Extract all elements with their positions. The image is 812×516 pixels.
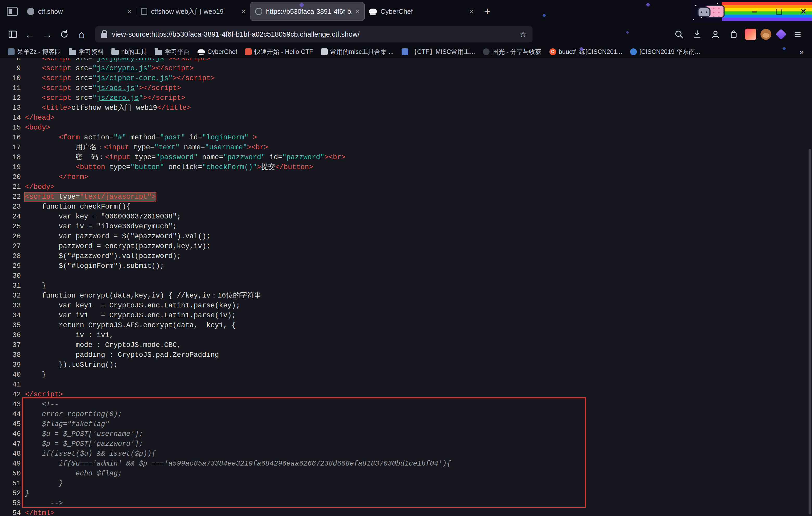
source-line: 34 var iv1 = CryptoJS.enc.Latin1.parse(i…: [0, 310, 807, 321]
bookmark-item[interactable]: [CISCN2019 华东南...: [627, 47, 703, 57]
line-number: 47: [0, 439, 21, 449]
code-segment: ><br>: [247, 144, 268, 151]
source-line: 21</body>: [0, 182, 807, 192]
code-segment: ": [92, 84, 96, 92]
navigation-toolbar: ← → ⌂ view-source:https://b530faca-3891-…: [0, 23, 812, 46]
source-line: 16 <form action="#" method="post" id="lo…: [0, 133, 807, 143]
browser-tab[interactable]: https://b530faca-3891-4f6f-b1bf×: [250, 2, 365, 21]
source-link[interactable]: js/aes.js: [96, 84, 135, 92]
source-link[interactable]: js/cipher-core.js: [96, 74, 168, 82]
bookmark-item[interactable]: 常用的misc工具合集 ...: [318, 47, 397, 57]
bookmark-item[interactable]: CyberChef: [195, 47, 240, 56]
bookmark-item[interactable]: 快速开始 - Hello CTF: [242, 47, 316, 57]
code-segment: padding : CryptoJS.pad.ZeroPadding: [25, 351, 219, 359]
tab-close-icon[interactable]: ×: [127, 7, 132, 16]
browser-tab[interactable]: CyberChef×: [365, 2, 478, 21]
source-line: 54</html>: [0, 508, 807, 516]
url-text[interactable]: view-source:https://b530faca-3891-4f6f-b…: [112, 30, 515, 38]
bookmark-item[interactable]: 学习资料: [65, 47, 107, 57]
source-link[interactable]: js/crypto.js: [96, 64, 147, 72]
forward-button[interactable]: →: [40, 27, 54, 41]
bookmarks-toolbar: 呆羊Zz - 博客园学习资料nb的工具学习平台CyberChef快速开始 - H…: [0, 46, 812, 58]
search-icon[interactable]: [672, 27, 686, 41]
star-pixel: [717, 3, 718, 4]
lock-icon[interactable]: [101, 33, 107, 38]
code-segment: ></script>: [173, 74, 215, 82]
browser-tab[interactable]: ctfshow web入门 web19×: [136, 2, 250, 21]
bookmark-item[interactable]: 学习平台: [152, 47, 193, 57]
tab-title: CyberChef: [380, 7, 466, 16]
line-number: 40: [0, 370, 21, 380]
line-number: 10: [0, 73, 21, 83]
bookmark-star-icon[interactable]: ☆: [519, 29, 527, 39]
maximize-button[interactable]: □: [774, 6, 784, 17]
line-number: 44: [0, 409, 21, 419]
source-line: 41: [0, 380, 807, 390]
code-segment: <input: [104, 144, 133, 151]
code-segment: ><br>: [324, 153, 345, 161]
browser-tab[interactable]: ctf.show×: [22, 2, 136, 21]
line-number: 17: [0, 143, 21, 152]
minimize-button[interactable]: –: [750, 6, 759, 17]
line-number: 50: [0, 469, 21, 479]
monkey-extension-icon[interactable]: [760, 29, 772, 40]
code-segment: "pazzword": [223, 153, 265, 161]
reload-button[interactable]: [57, 27, 71, 41]
bookmark-item[interactable]: 【CTF】MISC常用工...: [399, 47, 478, 57]
tab-title: ctf.show: [38, 7, 124, 16]
bookmark-item[interactable]: nb的工具: [108, 47, 150, 57]
extensions-puzzle-icon[interactable]: [727, 27, 741, 41]
back-button[interactable]: ←: [23, 27, 37, 41]
folder-icon: [111, 50, 119, 55]
bookmarks-overflow-chevron[interactable]: »: [799, 47, 807, 56]
downloads-icon[interactable]: [690, 27, 704, 41]
bookmark-item[interactable]: 国光 - 分享与收获: [480, 47, 545, 57]
source-link[interactable]: js/zero.js: [96, 94, 139, 102]
profile-avatar[interactable]: [745, 29, 756, 40]
code-segment: "password": [156, 153, 198, 161]
firefox-view-button[interactable]: [7, 7, 18, 16]
nyan-cat-decoration: – □ ×: [691, 0, 812, 23]
code-segment: <script: [42, 94, 76, 102]
scrollbar-thumb[interactable]: [809, 149, 811, 514]
tab-close-icon[interactable]: ×: [355, 7, 360, 16]
bookmark-label: CyberChef: [207, 48, 237, 55]
code-segment: function encrypt(data,key,iv) { //key,iv…: [25, 292, 261, 300]
line-number: 32: [0, 291, 21, 301]
source-line: 11 <script src="js/aes.js"></script>: [0, 83, 807, 93]
code-segment: $("#pazzword").val(pazzword);: [25, 252, 181, 260]
gem-extension-icon[interactable]: [776, 29, 786, 40]
site-blue-icon: [630, 49, 637, 55]
source-line: 13 <title>ctfshow web入门 web19</title>: [0, 103, 807, 113]
source-line: 39 }).toString();: [0, 360, 807, 370]
close-button[interactable]: ×: [799, 6, 808, 17]
code-segment: ></script>: [151, 64, 194, 72]
bookmark-item[interactable]: 呆羊Zz - 博客园: [5, 47, 64, 57]
bookmark-item[interactable]: Cbuuctf_练[CISCN201...: [546, 47, 626, 57]
home-button[interactable]: ⌂: [75, 27, 88, 41]
code-segment: ": [147, 64, 151, 72]
ctfshow-favicon-icon: [27, 8, 34, 15]
line-number: 31: [0, 281, 21, 291]
tab-close-icon[interactable]: ×: [241, 7, 246, 16]
tab-close-icon[interactable]: ×: [469, 7, 474, 16]
source-link[interactable]: js/jquery.min.js: [96, 58, 164, 62]
address-bar[interactable]: view-source:https://b530faca-3891-4f6f-b…: [95, 26, 532, 42]
line-number: 52: [0, 488, 21, 498]
code-segment: ": [168, 74, 173, 82]
new-tab-button[interactable]: +: [484, 6, 491, 17]
star-pixel: [695, 5, 696, 6]
code-segment: type=: [109, 163, 130, 171]
code-segment: ></script>: [168, 58, 210, 62]
menu-button[interactable]: ≡: [791, 27, 805, 41]
source-line: 12 <script src="js/zero.js"></script>: [0, 93, 807, 103]
account-icon[interactable]: [708, 27, 723, 41]
line-number: 39: [0, 360, 21, 370]
code-segment: src=: [76, 94, 92, 102]
chef-favicon-icon: [369, 8, 377, 13]
code-segment: [25, 64, 42, 72]
code-segment: >: [151, 193, 156, 201]
bookmark-label: 快速开始 - Hello CTF: [254, 48, 313, 56]
code-segment: [25, 163, 76, 171]
sidebar-toggle-icon[interactable]: [6, 27, 20, 41]
